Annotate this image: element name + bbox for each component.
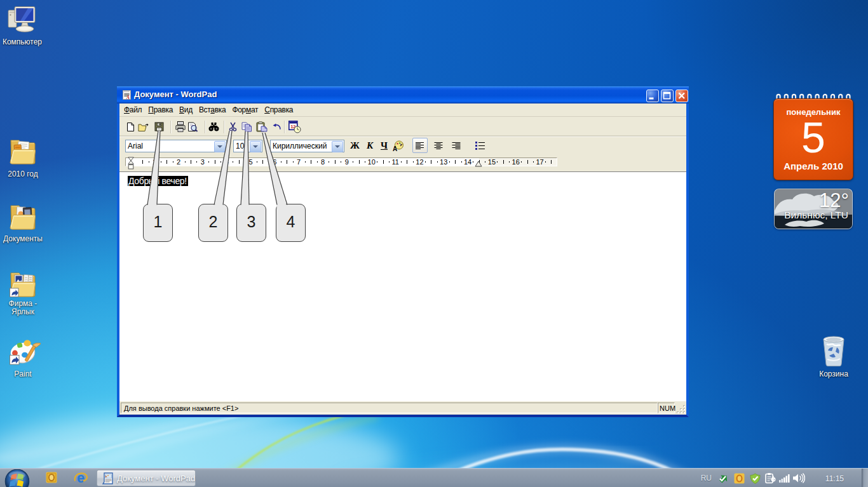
svg-text:A: A xyxy=(393,145,397,152)
svg-text:A: A xyxy=(126,95,130,100)
